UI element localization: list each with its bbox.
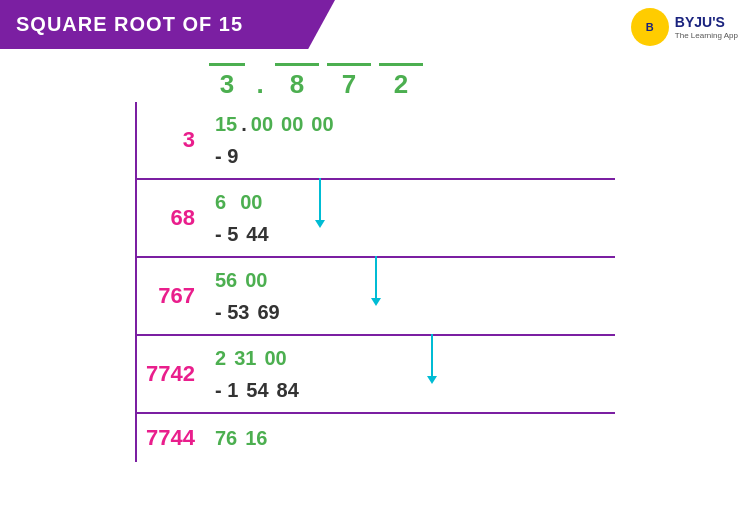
arrow-head-2 xyxy=(371,298,381,306)
divisor-4: 7742 xyxy=(137,342,207,406)
q-overline-2 xyxy=(379,63,423,66)
q-overline-3 xyxy=(209,63,245,66)
arrow-shaft-2 xyxy=(375,256,377,298)
q-digit-3: 3 xyxy=(205,63,249,100)
work-3: 56 00 - 53 69 xyxy=(207,264,615,328)
work-line-5a: 76 16 xyxy=(215,422,615,454)
division-container: 3 . 8 7 2 xyxy=(135,63,615,462)
div-row-2: 68 6 00 - 5 44 xyxy=(137,180,615,258)
work-line-3b: - 53 69 xyxy=(215,296,615,328)
arrow-head-3 xyxy=(427,376,437,384)
q-val-2: 2 xyxy=(394,69,408,100)
q-dot: . xyxy=(249,69,271,100)
div-row-5: 7744 76 16 xyxy=(137,414,615,462)
q-val-7: 7 xyxy=(342,69,356,100)
work-line-2b: - 5 44 xyxy=(215,218,615,250)
div-row-1: 3 15 . 00 00 00 - 9 xyxy=(137,102,615,180)
work-4: 2 31 00 - 1 54 84 xyxy=(207,342,615,406)
logo-name: BYJU'S xyxy=(675,14,738,31)
div-row-4: 7742 2 31 00 - 1 54 84 xyxy=(137,336,615,414)
work-line-3a: 56 00 xyxy=(215,264,615,296)
arrow-1 xyxy=(315,178,325,228)
divisor-1: 3 xyxy=(137,108,207,172)
q-digit-7: 7 xyxy=(323,63,375,100)
header-banner: SQUARE ROOT OF 15 xyxy=(0,0,335,49)
divisor-5: 7744 xyxy=(137,422,207,454)
work-2: 6 00 - 5 44 xyxy=(207,186,615,250)
arrow-head-1 xyxy=(315,220,325,228)
q-overline-7 xyxy=(327,63,371,66)
arrow-3 xyxy=(427,334,437,384)
work-line-1a: 15 . 00 00 00 xyxy=(215,108,615,140)
work-line-4b: - 1 54 84 xyxy=(215,374,615,406)
q-digit-8: 8 xyxy=(271,63,323,100)
q-digit-2: 2 xyxy=(375,63,427,100)
main-content: 3 . 8 7 2 xyxy=(0,53,750,472)
divisor-3: 767 xyxy=(137,264,207,328)
logo-icon: B xyxy=(631,8,669,46)
division-table: 3 15 . 00 00 00 - 9 xyxy=(135,102,615,462)
work-line-4a: 2 31 00 xyxy=(215,342,615,374)
q-val-8: 8 xyxy=(290,69,304,100)
logo-text-block: BYJU'S The Learning App xyxy=(675,14,738,40)
byju-logo: B BYJU'S The Learning App xyxy=(631,8,738,46)
q-overline-8 xyxy=(275,63,319,66)
work-line-2a: 6 00 xyxy=(215,186,615,218)
divisor-2: 68 xyxy=(137,186,207,250)
work-1: 15 . 00 00 00 - 9 xyxy=(207,108,615,172)
logo-subtitle: The Learning App xyxy=(675,31,738,40)
q-val-3: 3 xyxy=(220,69,234,100)
quotient-row: 3 . 8 7 2 xyxy=(135,63,615,100)
page-title: SQUARE ROOT OF 15 xyxy=(16,13,243,36)
arrow-shaft-1 xyxy=(319,178,321,220)
work-5: 76 16 xyxy=(207,422,615,454)
arrow-shaft-3 xyxy=(431,334,433,376)
arrow-2 xyxy=(371,256,381,306)
work-line-1b: - 9 xyxy=(215,140,615,172)
